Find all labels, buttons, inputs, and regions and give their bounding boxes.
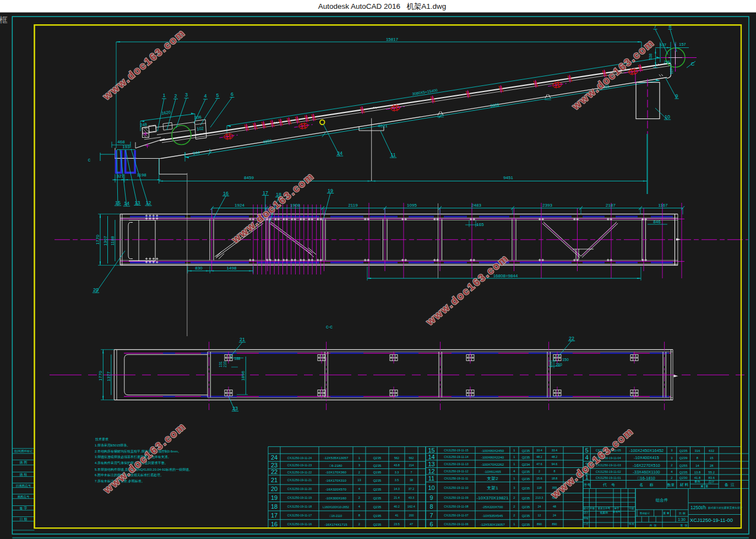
svg-text:处数: 处数 [590,506,596,510]
svg-text:200: 200 [409,514,414,517]
svg-text:Q195: Q195 [373,514,382,518]
svg-text:描 校: 描 校 [20,473,28,477]
svg-text:157: 157 [679,42,686,47]
svg-text:43.3: 43.3 [409,496,415,499]
svg-text:538: 538 [649,53,652,60]
svg-text:17: 17 [271,512,278,519]
svg-text:19: 19 [328,188,333,193]
svg-text:1924: 1924 [235,203,244,208]
svg-text:CXJ1250-19-11-23: CXJ1250-19-11-23 [287,463,312,467]
svg-text:12: 12 [428,468,434,475]
svg-text:CXJ1250-19-11-14: CXJ1250-19-11-14 [444,455,468,459]
svg-text:1: 1 [162,93,165,98]
svg-text:48: 48 [553,505,556,508]
svg-text:18: 18 [271,503,278,510]
svg-text:2: 2 [539,470,540,473]
svg-text:193: 193 [122,144,130,149]
svg-text:CXJ1250-19-11-10: CXJ1250-19-11-10 [444,486,468,489]
svg-text:-16X320X570: -16X320X570 [325,487,346,491]
svg-text:签 字: 签 字 [20,506,28,510]
svg-text:Q235: Q235 [522,523,530,526]
svg-text:Q239: Q239 [679,456,688,460]
svg-text:4021: 4021 [378,123,388,128]
svg-text:CXJ1250-19-11-22: CXJ1250-19-11-22 [287,471,312,474]
svg-text:c: c [88,157,91,163]
svg-text:CXJ1250-19-11-13: CXJ1250-19-11-13 [444,462,468,466]
svg-text:890: 890 [537,522,542,526]
svg-text:Q235: Q235 [522,456,530,459]
svg-text:1367: 1367 [103,236,108,246]
svg-text:斜式煤斗对拉紧装置接头设计: 斜式煤斗对拉紧装置接头设计 [708,506,743,510]
svg-text:Q230: Q230 [679,476,688,479]
svg-text:3.5: 3.5 [395,478,399,482]
svg-text:165: 165 [476,222,484,227]
svg-text:CXJ1250-19-11-01: CXJ1250-19-11-01 [596,476,621,479]
svg-text:Q195: Q195 [373,471,382,474]
svg-text:标准化: 标准化 [612,510,621,514]
svg-text:-10X535X545: -10X535X545 [482,514,503,518]
svg-text:10: 10 [665,114,670,120]
svg-text:L160X100X10-2652: L160X100X10-2652 [323,505,349,509]
svg-text:2: 2 [174,93,177,99]
svg-text:Autodesk AutoCAD 2016 机架A1.d: Autodesk AutoCAD 2016 机架A1.dwg [318,2,447,10]
svg-text:12: 12 [537,514,541,517]
svg-text:22: 22 [569,336,574,341]
svg-text:33.4: 33.4 [552,449,558,452]
svg-text:19: 19 [271,494,278,501]
svg-text:Q235: Q235 [522,514,530,518]
svg-text:名 称: 名 称 [639,483,654,487]
svg-text:-10X170X360: -10X170X360 [325,470,346,474]
svg-text:5.本焊接结构件焊缝,质量参照NQ/GJ03.20.04-9: 5.本焊接结构件焊缝,质量参照NQ/GJ03.20.04-92标准的一级焊缝。 [95,467,192,472]
svg-text:CXJ1250-19-11-15: CXJ1250-19-11-15 [444,449,468,452]
svg-text:工艺: 工艺 [584,522,589,525]
svg-text:2187: 2187 [606,203,616,208]
svg-text:33.4: 33.4 [536,449,542,452]
svg-text:支架1: 支架1 [487,486,498,491]
svg-text:Q235: Q235 [522,477,530,481]
svg-text:1498: 1498 [227,266,237,271]
svg-text:签字: 签字 [614,507,620,510]
svg-text:20: 20 [271,486,278,492]
svg-text:-12X530X19057: -12X530X19057 [480,522,505,526]
svg-text:632: 632 [709,449,715,452]
svg-text:1167: 1167 [658,203,668,208]
svg-text:-100X80X2240: -100X80X2240 [481,455,504,459]
svg-text:总计: 总计 [708,480,715,483]
svg-text:2483: 2483 [471,203,481,208]
svg-text:CXJ1250-19-11-24: CXJ1250-19-11-24 [287,456,312,460]
svg-text:210: 210 [223,361,227,367]
svg-text:16: 16 [271,521,278,527]
svg-text:830: 830 [195,266,203,271]
svg-text:10: 10 [428,484,434,491]
svg-text:83.6: 83.6 [708,476,715,479]
svg-text:41.8: 41.8 [694,476,701,479]
svg-text:c-c: c-c [326,324,333,330]
svg-text:设计: 设计 [584,511,589,514]
svg-text:11: 11 [390,152,395,158]
svg-text:Q235: Q235 [679,449,688,452]
svg-text:336: 336 [194,115,202,121]
svg-text:Q235: Q235 [373,497,382,500]
svg-text:CXJ1250-19-11-06: CXJ1250-19-11-06 [444,522,468,526]
svg-text:162.4: 162.4 [407,505,415,508]
svg-text:14.3: 14.3 [394,487,400,491]
svg-text:单件: 单件 [694,480,701,483]
svg-text:CXJ1250-19-11-17: CXJ1250-19-11-17 [287,514,312,517]
svg-text:298: 298 [664,60,670,64]
svg-text:审核: 审核 [584,517,589,520]
svg-text:日 期: 日 期 [20,518,28,521]
svg-text:47: 47 [410,522,413,526]
svg-text:102: 102 [197,126,204,132]
svg-text:9: 9 [429,494,433,501]
svg-text:37.2: 37.2 [409,487,415,491]
svg-text:-100X70X2262: -100X70X2262 [481,462,504,466]
svg-text:23.5: 23.5 [394,522,400,526]
svg-text:CXJ1250-19-11-21: CXJ1250-19-11-21 [287,478,312,482]
svg-text:15: 15 [710,456,714,460]
svg-text:15817: 15817 [386,37,399,42]
svg-text:41: 41 [395,514,398,517]
svg-text:562: 562 [394,456,399,460]
svg-text:24: 24 [271,454,278,461]
svg-text:127: 127 [670,68,673,74]
svg-text:150: 150 [562,358,569,362]
